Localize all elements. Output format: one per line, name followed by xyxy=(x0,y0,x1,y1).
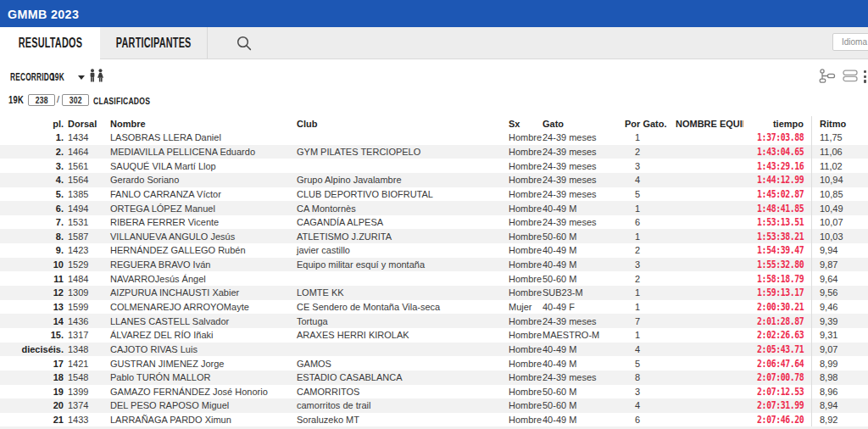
language-button[interactable]: Idioma xyxy=(832,33,868,51)
more-menu-icon[interactable] xyxy=(864,70,868,85)
table-row[interactable]: dieciséis.1348CAJOTO RIVAS LuisHombre40-… xyxy=(0,343,868,357)
cell-gato: 40-49 F xyxy=(542,300,625,315)
cell-por_gato: 4 xyxy=(625,398,676,413)
cell-gato: 40-49 M xyxy=(542,413,625,427)
table-row[interactable]: 1.1434LASOBRAS LLERA DanielHombre24-39 m… xyxy=(0,131,868,145)
table-row[interactable]: 4.1564Gerardo SorianoGrupo Alpino Javala… xyxy=(0,173,868,187)
tab-participantes-label: PARTICIPANTES xyxy=(116,36,192,51)
cell-equipo xyxy=(676,201,743,215)
table-row[interactable]: 8.1587VILLANUEVA ANGULO JesúsATLETISMO J… xyxy=(0,229,868,243)
cell-equipo xyxy=(676,159,743,173)
cell-por_gato: 4 xyxy=(625,343,676,357)
table-row[interactable]: 201374DEL PESO RAPOSO Miguelcamorritos d… xyxy=(0,398,868,413)
table-row[interactable]: 7.1531RIBERA FERRER VicenteCAGANDÍA ALPE… xyxy=(0,215,868,230)
table-row[interactable]: 171421GUSTRAN JIMENEZ JorgeGAMOSHombre40… xyxy=(0,356,868,370)
table-row[interactable]: 111484NAVARROJesús ÁngelHombre50-60 M21:… xyxy=(0,271,868,286)
column-header-tiempo[interactable]: tiempo xyxy=(743,116,811,131)
table-row[interactable]: 2.1464MEDIAVILLA PELLICENA EduardoGYM PI… xyxy=(0,145,868,159)
cell-equipo xyxy=(676,173,743,187)
table-row[interactable]: 15.1317ÁLVAREZ DEL RÍO IñakiARAXES HERRI… xyxy=(0,328,868,343)
cell-pl: 5. xyxy=(0,187,64,202)
tab-resultados[interactable]: RESULTADOS xyxy=(0,27,100,59)
people-icon[interactable] xyxy=(87,69,106,82)
table-row[interactable]: 5.1385FANLO CARRANZA VíctorCLUB DEPORTIV… xyxy=(0,187,868,202)
cell-tiempo: 2:07:46.20 xyxy=(743,413,811,427)
cell-dorsal: 1561 xyxy=(64,159,108,173)
cell-nombre: NAVARROJesús Ángel xyxy=(108,271,295,286)
cell-dorsal: 1374 xyxy=(64,398,108,413)
tab-resultados-label: RESULTADOS xyxy=(18,36,81,51)
search-button[interactable] xyxy=(208,27,281,58)
cell-dorsal: 1309 xyxy=(64,286,108,300)
column-header-sx[interactable]: Sx xyxy=(507,116,542,131)
cell-por_gato: 4 xyxy=(625,173,676,187)
cell-por_gato: 5 xyxy=(625,356,676,370)
table-row[interactable]: 6.1494ORTEGA LÓPEZ ManuelCA MontornèsHom… xyxy=(0,201,868,215)
time-value: 1:55:32.80 xyxy=(757,259,804,271)
cell-equipo xyxy=(676,229,743,243)
total-count-badge: 302 xyxy=(62,94,89,106)
cell-club: ARAXES HERRI KIROLAK xyxy=(295,328,507,343)
column-header-dorsal[interactable]: Dorsal xyxy=(64,116,108,131)
table-row[interactable]: 9.1423HERNÁNDEZ GALLEGO Rubénjavier cast… xyxy=(0,243,868,258)
table-row[interactable]: 121309AIZPURUA INCHAUSTI XabierLOMTE KKH… xyxy=(0,286,868,300)
cell-equipo xyxy=(676,243,743,258)
column-header-gato[interactable]: Gato xyxy=(542,116,625,131)
column-header-ritmo[interactable]: Ritmo xyxy=(811,116,868,131)
cell-nombre: Gerardo Soriano xyxy=(108,173,295,187)
cell-por_gato: 2 xyxy=(625,145,676,159)
cell-club: CE Sendero de Montaña Vila-seca xyxy=(295,300,507,315)
cell-pl: 20 xyxy=(0,398,64,413)
table-row[interactable]: 131599COLMENAREJO ARROYOMayteCE Sendero … xyxy=(0,300,868,315)
cell-equipo xyxy=(676,328,743,343)
cell-sx: Hombre xyxy=(507,343,542,357)
column-header-pl[interactable]: pl. xyxy=(0,116,64,131)
table-row[interactable]: 191399GAMAZO FERNÁNDEZ José HonorioCAMOR… xyxy=(0,385,868,399)
cell-dorsal: 1529 xyxy=(64,258,108,272)
time-value: 2:07:46.20 xyxy=(757,414,804,426)
table-row[interactable]: 3.1561SAUQUÉ VILA Martí LlopHombre24-39 … xyxy=(0,159,868,173)
column-header-por_gato[interactable]: Por Gato. xyxy=(625,116,676,131)
cell-por_gato: 3 xyxy=(625,159,676,173)
cell-equipo xyxy=(676,215,743,230)
cell-ritmo: 9,56 xyxy=(811,286,868,300)
cell-pl: 1. xyxy=(0,131,64,145)
cell-dorsal: 1587 xyxy=(64,229,108,243)
list-view-icon[interactable] xyxy=(843,70,858,82)
cell-club xyxy=(295,131,507,145)
tab-participantes[interactable]: PARTICIPANTES xyxy=(100,27,208,58)
summary-separator: / xyxy=(57,94,59,104)
cell-por_gato: 1 xyxy=(625,328,676,343)
cell-sx: Hombre xyxy=(507,385,542,399)
cell-sx: Hombre xyxy=(507,271,542,286)
cell-equipo xyxy=(676,145,743,159)
checkpoints-icon[interactable] xyxy=(819,69,836,83)
tab-bar: RESULTADOS PARTICIPANTES Idioma xyxy=(0,27,868,59)
cell-club: Tortuga xyxy=(295,314,507,328)
cell-sx: Hombre xyxy=(507,159,542,173)
cell-por_gato: 2 xyxy=(625,243,676,258)
column-header-nombre[interactable]: Nombre xyxy=(108,116,295,131)
cell-ritmo: 11,06 xyxy=(811,145,868,159)
time-value: 1:53:13.51 xyxy=(757,216,804,229)
cell-por_gato: 2 xyxy=(625,271,676,286)
cell-equipo xyxy=(676,385,743,399)
cell-pl: 3. xyxy=(0,159,64,173)
table-row[interactable]: 141436LLANES CASTELL SalvadorTortugaHomb… xyxy=(0,314,868,328)
table-row[interactable]: 101529REGUERA BRAVO IvánEquipo militar e… xyxy=(0,258,868,272)
cell-equipo xyxy=(676,314,743,328)
cell-nombre: GUSTRAN JIMENEZ Jorge xyxy=(108,356,295,370)
cell-ritmo: 9,39 xyxy=(811,314,868,328)
column-header-equipo[interactable]: NOMBRE EQUIPO xyxy=(676,116,743,131)
cell-sx: Hombre xyxy=(507,131,542,145)
time-value: 2:02:26.63 xyxy=(757,329,804,342)
app-header: GMMB 2023 xyxy=(0,0,868,27)
column-header-club[interactable]: Club xyxy=(295,116,507,131)
table-row[interactable]: 181548Pablo TURÓN MALLORESTADIO CASABLAN… xyxy=(0,370,868,385)
chevron-down-icon xyxy=(78,75,85,80)
cell-dorsal: 1433 xyxy=(64,413,108,427)
cell-ritmo: 10,49 xyxy=(811,201,868,215)
cell-equipo xyxy=(676,271,743,286)
cell-tiempo: 1:43:29.16 xyxy=(743,159,811,173)
table-row[interactable]: 211433LARRAÑAGA PARDO XimunSoraluzeko MT… xyxy=(0,413,868,427)
